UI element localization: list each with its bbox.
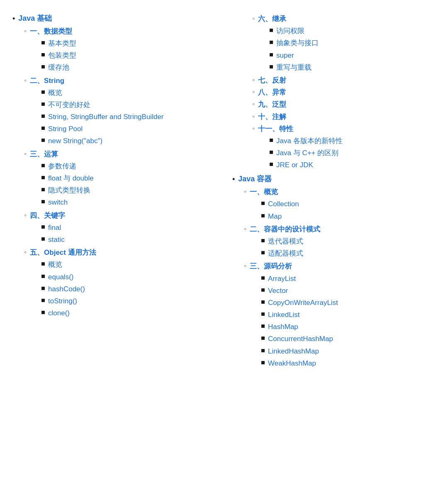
nav-link[interactable]: float 与 double — [48, 173, 94, 184]
bullet-square-icon — [41, 299, 45, 302]
nav-link[interactable]: LinkedHashMap — [268, 346, 319, 357]
list-item: hashCode() — [41, 283, 96, 295]
circle-marker-icon: ○ — [24, 28, 27, 34]
nav-link[interactable]: CopyOnWriteArrayList — [268, 297, 338, 308]
nav-link[interactable]: clone() — [48, 307, 70, 319]
nav-link[interactable]: 概览 — [48, 87, 62, 98]
bullet-square-icon — [41, 127, 45, 130]
list-item: 隐式类型转换 — [41, 185, 94, 196]
nav-link[interactable]: 缓存池 — [48, 62, 69, 73]
nav-link[interactable]: 适配器模式 — [268, 248, 303, 259]
nav-link[interactable]: 迭代器模式 — [268, 236, 303, 247]
nav-link[interactable]: Vector — [268, 285, 288, 296]
bullet-square-icon — [261, 337, 265, 340]
bullet-square-icon — [41, 176, 45, 179]
nav-link[interactable]: JRE or JDK — [276, 159, 313, 171]
nav-link-l2[interactable]: 三、源码分析 — [250, 262, 292, 270]
list-item: new String("abc") — [41, 135, 163, 146]
list-item: switch — [41, 197, 94, 208]
bullet-square-icon — [261, 300, 265, 304]
circle-marker-icon: ○ — [252, 101, 255, 107]
nav-link[interactable]: 概览 — [48, 259, 62, 270]
bullet-square-icon — [41, 275, 45, 278]
nav-link[interactable]: final — [48, 222, 61, 233]
nav-link-l2[interactable]: 十、注解 — [258, 113, 286, 121]
list-item: String, StringBuffer and StringBuilder — [41, 111, 163, 122]
nav-link[interactable]: 基本类型 — [48, 38, 76, 49]
nav-link[interactable]: 重写与重载 — [276, 62, 312, 73]
nav-link-l2[interactable]: 四、关键字 — [30, 212, 65, 220]
nav-link[interactable]: hashCode() — [48, 283, 85, 295]
nav-link-l2[interactable]: 三、运算 — [30, 150, 58, 158]
nav-link[interactable]: Java 各版本的新特性 — [276, 135, 343, 146]
bullet-square-icon — [41, 225, 45, 229]
nav-link[interactable]: LinkedList — [268, 309, 300, 320]
bullet-square-icon — [41, 41, 45, 44]
nav-link[interactable]: Collection — [268, 198, 299, 210]
bullet-square-icon — [41, 65, 45, 68]
level2-group: 三、源码分析 ArrayList Vector CopyOnWriteArray… — [250, 261, 338, 370]
nav-link-l2[interactable]: 七、反射 — [258, 76, 286, 84]
nav-link[interactable]: 参数传递 — [48, 161, 76, 172]
nav-link[interactable]: Map — [268, 211, 282, 222]
level2-group: 十、注解 — [258, 111, 286, 122]
list-item: static — [41, 234, 65, 245]
nav-link[interactable]: ConcurrentHashMap — [268, 333, 333, 344]
bullet-square-icon — [270, 163, 273, 166]
nav-link[interactable]: equals() — [48, 271, 73, 283]
nav-link[interactable]: HashMap — [268, 321, 298, 332]
list-item-l2: ○ 十、注解 — [252, 111, 436, 122]
nav-link-l2[interactable]: 一、数据类型 — [30, 27, 72, 35]
level2-group: 八、异常 — [258, 87, 286, 98]
nav-link-l2[interactable]: 八、异常 — [258, 88, 286, 96]
list-item: 包装类型 — [41, 50, 76, 61]
nav-link[interactable]: WeakHashMap — [268, 358, 316, 369]
main-container: • Java 基础 ○ 一、数据类型 基本类型 包装类型 — [12, 8, 436, 376]
nav-link-l2[interactable]: 一、概览 — [250, 188, 278, 196]
nav-link[interactable]: 不可变的好处 — [48, 99, 90, 110]
level2-group: 二、容器中的设计模式 迭代器模式 适配器模式 — [250, 224, 320, 260]
bullet-square-icon — [270, 65, 273, 68]
level2-group: 一、数据类型 基本类型 包装类型 缓存池 — [30, 26, 76, 74]
circle-marker-icon: ○ — [24, 212, 27, 219]
nav-link[interactable]: 访问权限 — [276, 25, 304, 37]
bullet-square-icon — [41, 90, 45, 94]
bullet-square-icon — [261, 324, 265, 328]
nav-link[interactable]: Java 与 C++ 的区别 — [276, 147, 338, 159]
nav-link[interactable]: 包装类型 — [48, 50, 76, 61]
nav-link[interactable]: new String("abc") — [48, 135, 102, 146]
list-item-l2: ○ 五、Object 通用方法 概览 equals() hashCode() — [24, 247, 216, 320]
bullet-square-icon — [261, 312, 265, 316]
list-item-l2: ○ 一、概览 Collection Map — [244, 186, 436, 223]
bullet-square-icon — [261, 239, 265, 242]
circle-marker-icon: ○ — [252, 15, 255, 22]
list-item: 迭代器模式 — [261, 236, 320, 247]
list-item: HashMap — [261, 321, 338, 332]
list-item: WeakHashMap — [261, 358, 338, 369]
nav-link[interactable]: static — [48, 234, 65, 245]
level2-group: 六、继承 访问权限 抽象类与接口 super 重写与重载 — [258, 13, 319, 74]
bullet-square-icon — [41, 237, 45, 241]
list-item: LinkedList — [261, 309, 338, 320]
list-item: 重写与重载 — [270, 62, 319, 73]
nav-link-l2[interactable]: 六、继承 — [258, 15, 286, 23]
nav-link[interactable]: 隐式类型转换 — [48, 185, 90, 196]
circle-marker-icon: ○ — [244, 263, 246, 269]
nav-link[interactable]: toString() — [48, 295, 77, 307]
nav-link[interactable]: String Pool — [48, 123, 83, 134]
nav-link-l2[interactable]: 十一、特性 — [258, 125, 293, 133]
nav-link[interactable]: 抽象类与接口 — [276, 37, 319, 49]
bullet-square-icon — [261, 276, 265, 280]
nav-link[interactable]: ArrayList — [268, 273, 296, 284]
nav-link-l2[interactable]: 九、泛型 — [258, 100, 286, 108]
nav-link-l1[interactable]: Java 容器 — [238, 173, 272, 185]
nav-link-l2[interactable]: 二、String — [30, 77, 64, 85]
nav-link[interactable]: String, StringBuffer and StringBuilder — [48, 111, 163, 122]
nav-link[interactable]: super — [276, 50, 294, 61]
nav-link-l2[interactable]: 二、容器中的设计模式 — [250, 225, 320, 233]
nav-link-l1[interactable]: Java 基础 — [18, 12, 52, 24]
list-item: LinkedHashMap — [261, 346, 338, 357]
nav-link[interactable]: switch — [48, 197, 68, 208]
nav-link-l2[interactable]: 五、Object 通用方法 — [30, 249, 96, 256]
circle-marker-icon: ○ — [252, 77, 255, 83]
